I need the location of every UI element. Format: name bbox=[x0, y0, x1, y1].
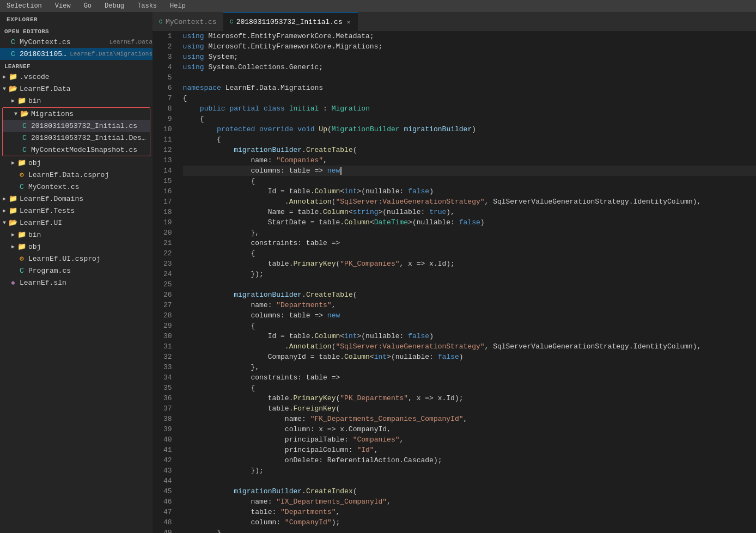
cs-icon: C bbox=[9, 38, 17, 46]
tree-snapshot-cs[interactable]: C MyContextModelSnapshot.cs bbox=[3, 144, 150, 156]
arrow-icon: ▼ bbox=[0, 220, 9, 226]
tree-bin[interactable]: ▶ 📁 bin bbox=[0, 95, 153, 107]
code-line: Name = table.Column<string>(nullable: tr… bbox=[183, 207, 756, 217]
open-editor-mycontext[interactable]: C MyContext.cs LearnEf.Data bbox=[0, 36, 153, 48]
line-numbers: 1234567891011121314151617181920212223242… bbox=[153, 31, 179, 533]
arrow-icon: ▶ bbox=[0, 195, 9, 202]
tree-program-label: Program.cs bbox=[28, 267, 153, 275]
menu-debug[interactable]: Debug bbox=[102, 1, 126, 11]
code-line: using Microsoft.EntityFrameworkCore.Migr… bbox=[183, 41, 756, 52]
arrow-icon: ▼ bbox=[11, 111, 20, 117]
line-number: 9 bbox=[163, 114, 172, 124]
cs-icon: C bbox=[9, 50, 17, 58]
tab-cs-icon: C bbox=[159, 19, 162, 25]
code-line: migrationBuilder.CreateTable( bbox=[183, 290, 756, 300]
tree-learnefdata-csproj[interactable]: ▶ ⚙ LearnEf.Data.csproj bbox=[0, 169, 153, 181]
tab-initial[interactable]: C 20180311053732_Initial.cs ✕ bbox=[223, 12, 358, 31]
tree-vscode[interactable]: ▶ 📁 .vscode bbox=[0, 71, 153, 83]
text-cursor bbox=[340, 167, 342, 175]
open-editor-mycontext-sub: LearnEf.Data bbox=[109, 39, 153, 45]
folder-open-icon: 📂 bbox=[9, 218, 17, 227]
line-number: 27 bbox=[163, 300, 172, 310]
code-line: CompanyId = table.Column<int>(nullable: … bbox=[183, 352, 756, 362]
tree-mycontext-cs[interactable]: ▶ C MyContext.cs bbox=[0, 181, 153, 193]
tree-initial-cs-label: 20180311053732_Initial.cs bbox=[31, 122, 150, 130]
arrow-icon: ▶ bbox=[9, 243, 17, 250]
tree-learnef-sln[interactable]: ▶ ◈ LearnEf.sln bbox=[0, 277, 153, 289]
tree-snapshot-label: MyContextModelSnapshot.cs bbox=[31, 146, 150, 154]
menu-bar: Selection View Go Debug Tasks Help bbox=[0, 0, 756, 12]
code-line: { bbox=[183, 383, 756, 393]
tree-learnefdomains[interactable]: ▶ 📁 LearnEf.Domains bbox=[0, 193, 153, 205]
folder-icon: 📁 bbox=[17, 230, 26, 239]
line-number: 30 bbox=[163, 331, 172, 341]
tab-initial-label: 20180311053732_Initial.cs bbox=[236, 18, 343, 26]
line-number: 36 bbox=[163, 393, 172, 403]
menu-tasks[interactable]: Tasks bbox=[135, 1, 159, 11]
code-line: column: "CompanyId"); bbox=[183, 517, 756, 528]
cs-icon: C bbox=[20, 134, 29, 142]
code-line: table.PrimaryKey("PK_Companies", x => x.… bbox=[183, 259, 756, 269]
line-number: 18 bbox=[163, 207, 172, 217]
tree-program-cs[interactable]: ▶ C Program.cs bbox=[0, 265, 153, 277]
folder-icon: 📁 bbox=[9, 206, 17, 215]
tree-ui-bin[interactable]: ▶ 📁 bin bbox=[0, 229, 153, 241]
line-number: 11 bbox=[163, 134, 172, 145]
tab-close-button[interactable]: ✕ bbox=[346, 17, 352, 27]
tree-learnefdata[interactable]: ▼ 📂 LearnEf.Data bbox=[0, 83, 153, 95]
code-line: name: "IX_Departments_CompanyId", bbox=[183, 497, 756, 507]
tree-obj[interactable]: ▶ 📁 obj bbox=[0, 157, 153, 169]
line-number: 26 bbox=[163, 290, 172, 300]
line-number: 3 bbox=[163, 52, 172, 62]
open-editor-initial[interactable]: C 20180311053732_Initial.cs LearnEf.Data… bbox=[0, 48, 153, 60]
line-number: 15 bbox=[163, 176, 172, 186]
tree-initial-designer-cs[interactable]: C 20180311053732_Initial.Designer.cs bbox=[3, 132, 150, 144]
code-line: name: "FK_Departments_Companies_CompanyI… bbox=[183, 414, 756, 424]
menu-selection[interactable]: Selection bbox=[4, 1, 44, 11]
tree-learnneftests[interactable]: ▶ 📁 LearnEf.Tests bbox=[0, 205, 153, 217]
tree-learnefui-csproj[interactable]: ▶ ⚙ LearnEf.UI.csproj bbox=[0, 253, 153, 265]
tab-cs-icon: C bbox=[230, 19, 233, 25]
code-line: { bbox=[183, 321, 756, 331]
tree-migrations[interactable]: ▼ 📂 Migrations bbox=[3, 108, 150, 120]
tab-mycontext[interactable]: C MyContext.cs bbox=[153, 12, 223, 31]
code-line: StartDate = table.Column<DateTime>(nulla… bbox=[183, 217, 756, 228]
code-line: public partial class Initial : Migration bbox=[183, 103, 756, 114]
menu-go[interactable]: Go bbox=[82, 1, 94, 11]
code-content[interactable]: using Microsoft.EntityFrameworkCore.Meta… bbox=[179, 31, 756, 533]
code-line: migrationBuilder.CreateTable( bbox=[183, 145, 756, 155]
line-number: 17 bbox=[163, 197, 172, 207]
main-layout: EXPLORER OPEN EDITORS C MyContext.cs Lea… bbox=[0, 12, 756, 533]
cs-icon: C bbox=[20, 122, 29, 130]
code-line bbox=[183, 279, 756, 290]
csproj-icon: ⚙ bbox=[17, 254, 26, 263]
arrow-icon: ▼ bbox=[0, 86, 9, 92]
code-line: { bbox=[183, 176, 756, 186]
line-number: 21 bbox=[163, 238, 172, 248]
code-line: principalTable: "Companies", bbox=[183, 434, 756, 445]
code-line: { bbox=[183, 114, 756, 124]
tree-learnefui[interactable]: ▼ 📂 LearnEf.UI bbox=[0, 217, 153, 229]
folder-icon: 📁 bbox=[17, 96, 26, 105]
arrow-icon: ▶ bbox=[0, 73, 9, 80]
sidebar-title: EXPLORER bbox=[0, 12, 153, 25]
tree-bin-label: bin bbox=[28, 97, 153, 105]
code-line: Id = table.Column<int>(nullable: false) bbox=[183, 186, 756, 197]
menu-view[interactable]: View bbox=[53, 1, 73, 11]
line-number: 29 bbox=[163, 321, 172, 331]
folder-icon: 📁 bbox=[9, 194, 17, 203]
code-line: { bbox=[183, 93, 756, 103]
line-number: 40 bbox=[163, 434, 172, 445]
tree-ui-obj[interactable]: ▶ 📁 obj bbox=[0, 241, 153, 253]
code-line: principalColumn: "Id", bbox=[183, 445, 756, 455]
cs-icon: C bbox=[17, 267, 26, 275]
line-number: 46 bbox=[163, 497, 172, 507]
line-number: 1 bbox=[163, 31, 172, 41]
line-number: 32 bbox=[163, 352, 172, 362]
code-editor[interactable]: 1234567891011121314151617181920212223242… bbox=[153, 31, 756, 533]
menu-help[interactable]: Help bbox=[168, 1, 188, 11]
tree-initial-cs[interactable]: C 20180311053732_Initial.cs bbox=[3, 120, 150, 132]
line-number: 49 bbox=[163, 528, 172, 533]
code-line: onDelete: ReferentialAction.Cascade); bbox=[183, 455, 756, 465]
line-number: 34 bbox=[163, 372, 172, 383]
